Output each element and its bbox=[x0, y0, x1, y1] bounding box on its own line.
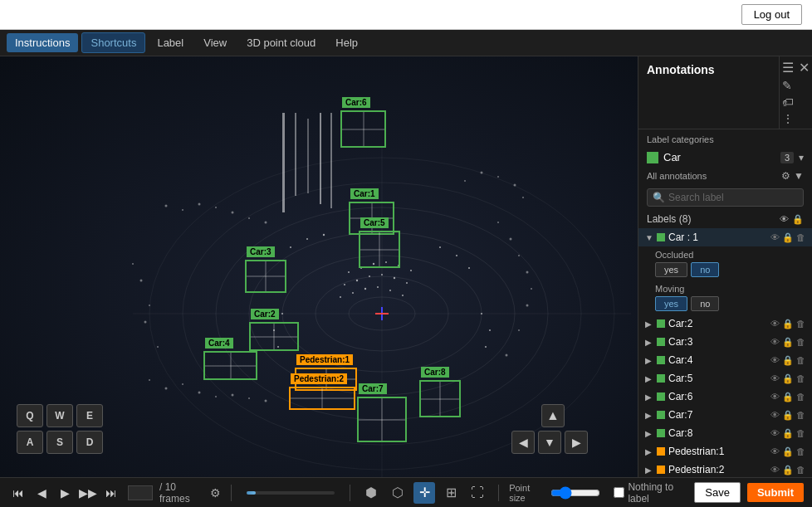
labels-lock-icon[interactable]: 🔒 bbox=[792, 214, 804, 225]
expand-arrow-ped1[interactable]: ▶ bbox=[645, 447, 653, 456]
key-s[interactable]: S bbox=[46, 431, 73, 454]
menu-3d-point-cloud[interactable]: 3D point cloud bbox=[238, 33, 324, 52]
frame-input[interactable]: 1 bbox=[128, 485, 153, 500]
prev-frame-button[interactable]: ◀ bbox=[32, 483, 51, 503]
key-e[interactable]: E bbox=[76, 404, 103, 427]
menu-label[interactable]: Label bbox=[149, 33, 192, 52]
next-frame-button[interactable]: ▶▶ bbox=[78, 483, 98, 503]
nav-right-button[interactable]: ▶ bbox=[565, 431, 588, 454]
eye-icon-car5[interactable]: 👁 bbox=[770, 373, 780, 384]
submit-button[interactable]: Submit bbox=[747, 483, 804, 502]
panel-close-icon[interactable]: ✕ bbox=[799, 61, 810, 75]
search-input[interactable] bbox=[668, 192, 798, 203]
annotation-item-car8[interactable]: ▶ Car:8 👁 🔒 🗑 bbox=[638, 424, 812, 442]
expand-arrow-car3[interactable]: ▶ bbox=[645, 338, 653, 347]
point-size-slider[interactable] bbox=[550, 486, 600, 500]
trash-icon-car3[interactable]: 🗑 bbox=[796, 337, 805, 348]
moving-yes-button[interactable]: yes bbox=[655, 296, 687, 311]
menu-help[interactable]: Help bbox=[327, 33, 366, 52]
expand-arrow-ped2[interactable]: ▶ bbox=[645, 466, 653, 475]
trash-icon-car8[interactable]: 🗑 bbox=[796, 428, 805, 439]
save-button[interactable]: Save bbox=[694, 482, 741, 503]
annotation-item-car4[interactable]: ▶ Car:4 👁 🔒 🗑 bbox=[638, 351, 812, 369]
play-button[interactable]: ▶ bbox=[55, 483, 75, 503]
canvas-box-car2[interactable]: Car:2 bbox=[249, 322, 299, 351]
annotation-item-ped2[interactable]: ▶ Pedestrian:2 👁 🔒 🗑 bbox=[638, 461, 812, 477]
fullscreen-tool[interactable]: ⛶ bbox=[467, 482, 488, 504]
canvas-box-car8[interactable]: Car:8 bbox=[419, 380, 461, 417]
key-q[interactable]: Q bbox=[17, 404, 43, 427]
key-d[interactable]: D bbox=[76, 431, 103, 454]
canvas-box-car5[interactable]: Car:5 bbox=[359, 231, 400, 268]
occluded-no-button[interactable]: no bbox=[691, 262, 719, 277]
lock-icon-ped1[interactable]: 🔒 bbox=[782, 446, 794, 457]
menu-view[interactable]: View bbox=[195, 33, 235, 52]
lock-icon-car5[interactable]: 🔒 bbox=[782, 373, 794, 384]
trash-icon-car6[interactable]: 🗑 bbox=[796, 392, 805, 402]
lock-icon-car1[interactable]: 🔒 bbox=[782, 232, 794, 243]
move-tool[interactable]: ✛ bbox=[413, 482, 435, 504]
nav-left-button[interactable]: ◀ bbox=[511, 431, 535, 454]
annotation-item-car6[interactable]: ▶ Car:6 👁 🔒 🗑 bbox=[638, 388, 812, 406]
panel-edit-icon[interactable]: ✎ bbox=[782, 79, 794, 92]
navigate-tool[interactable]: ⬢ bbox=[360, 482, 382, 504]
trash-icon-car2[interactable]: 🗑 bbox=[796, 319, 805, 329]
expand-arrow-car2[interactable]: ▶ bbox=[645, 319, 653, 329]
occluded-yes-button[interactable]: yes bbox=[655, 262, 687, 277]
eye-icon-car4[interactable]: 👁 bbox=[770, 355, 780, 366]
eye-icon-car6[interactable]: 👁 bbox=[770, 392, 780, 402]
trash-icon-car5[interactable]: 🗑 bbox=[796, 373, 805, 384]
lock-icon-car2[interactable]: 🔒 bbox=[782, 319, 794, 329]
eye-icon-car3[interactable]: 👁 bbox=[770, 337, 780, 348]
menu-shortcuts[interactable]: Shortcuts bbox=[81, 32, 145, 53]
annotation-item-ped1[interactable]: ▶ Pedestrian:1 👁 🔒 🗑 bbox=[638, 442, 812, 461]
labels-eye-icon[interactable]: 👁 bbox=[780, 214, 789, 225]
canvas-box-ped2[interactable]: Pedestrian:2 bbox=[289, 387, 355, 410]
eye-icon-car8[interactable]: 👁 bbox=[770, 428, 780, 439]
key-a[interactable]: A bbox=[17, 431, 43, 454]
last-frame-button[interactable]: ⏭ bbox=[101, 483, 121, 503]
lock-icon-ped2[interactable]: 🔒 bbox=[782, 465, 794, 475]
key-w[interactable]: W bbox=[46, 404, 73, 427]
nav-down-button[interactable]: ▼ bbox=[538, 431, 561, 454]
panel-menu-icon[interactable]: ⋮ bbox=[782, 112, 794, 125]
expand-arrow-car1[interactable]: ▼ bbox=[645, 233, 653, 242]
nav-center-button[interactable]: ▲ bbox=[541, 404, 565, 427]
expand-arrow-car7[interactable]: ▶ bbox=[645, 411, 653, 420]
eye-icon-car2[interactable]: 👁 bbox=[770, 319, 780, 329]
trash-icon-car4[interactable]: 🗑 bbox=[796, 355, 805, 366]
filter-icon[interactable]: ⚙ bbox=[781, 170, 790, 182]
trash-icon-car7[interactable]: 🗑 bbox=[796, 410, 805, 421]
panel-list-icon[interactable]: ☰ bbox=[782, 60, 794, 76]
trash-icon-ped2[interactable]: 🗑 bbox=[796, 465, 805, 475]
menu-instructions[interactable]: Instructions bbox=[7, 33, 78, 52]
canvas-box-car3[interactable]: Car:3 bbox=[245, 260, 286, 293]
trash-icon-ped1[interactable]: 🗑 bbox=[796, 446, 805, 457]
lock-icon-car7[interactable]: 🔒 bbox=[782, 410, 794, 421]
category-dropdown[interactable]: ▾ bbox=[799, 152, 804, 163]
canvas-box-car6[interactable]: Car:6 bbox=[340, 110, 386, 148]
eye-icon-car1[interactable]: 👁 bbox=[770, 232, 780, 243]
annotation-item-car5[interactable]: ▶ Car:5 👁 🔒 🗑 bbox=[638, 369, 812, 388]
canvas-box-car4[interactable]: Car:4 bbox=[203, 351, 257, 380]
first-frame-button[interactable]: ⏮ bbox=[8, 483, 28, 503]
expand-arrow-car4[interactable]: ▶ bbox=[645, 356, 653, 365]
lock-icon-car6[interactable]: 🔒 bbox=[782, 392, 794, 402]
moving-no-button[interactable]: no bbox=[691, 296, 719, 311]
expand-arrow-car6[interactable]: ▶ bbox=[645, 392, 653, 402]
annotation-item-car3[interactable]: ▶ Car:3 👁 🔒 🗑 bbox=[638, 333, 812, 351]
lock-icon-car3[interactable]: 🔒 bbox=[782, 337, 794, 348]
canvas-box-car7[interactable]: Car:7 bbox=[357, 397, 407, 442]
annotation-item-car2[interactable]: ▶ Car:2 👁 🔒 🗑 bbox=[638, 314, 812, 333]
lock-icon-car8[interactable]: 🔒 bbox=[782, 428, 794, 439]
annotation-item-car7[interactable]: ▶ Car:7 👁 🔒 🗑 bbox=[638, 406, 812, 424]
settings-icon[interactable]: ⚙ bbox=[210, 486, 221, 500]
trash-icon-car1[interactable]: 🗑 bbox=[796, 232, 805, 243]
panel-tag-icon[interactable]: 🏷 bbox=[782, 95, 794, 109]
nothing-to-label-checkbox[interactable] bbox=[614, 487, 624, 498]
canvas-area[interactable]: Car:1Car:2Car:3Car:4Car:5Car:6Car:7Car:8… bbox=[0, 56, 638, 477]
eye-icon-ped2[interactable]: 👁 bbox=[770, 465, 780, 475]
lock-icon-car4[interactable]: 🔒 bbox=[782, 355, 794, 366]
box-tool[interactable]: ⊞ bbox=[440, 482, 462, 504]
eye-icon-car7[interactable]: 👁 bbox=[770, 410, 780, 421]
